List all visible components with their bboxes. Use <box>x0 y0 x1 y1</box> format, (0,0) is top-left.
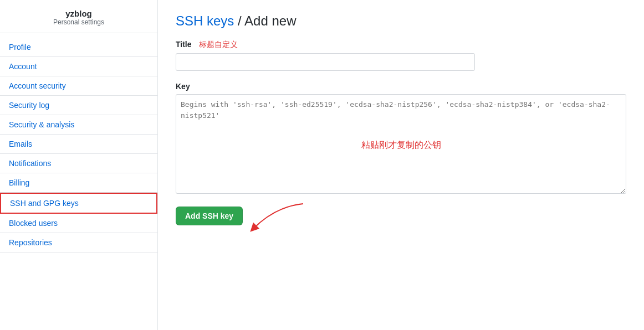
sidebar-item-billing[interactable]: Billing <box>0 173 157 193</box>
title-label: Title <box>176 40 192 49</box>
page-title-rest: Add new <box>244 13 296 28</box>
sidebar-subtitle: Personal settings <box>9 18 149 26</box>
sidebar-header: yzblog Personal settings <box>0 0 157 33</box>
sidebar-item-account-security[interactable]: Account security <box>0 76 157 96</box>
key-textarea-wrapper: 粘贴刚才复制的公钥 <box>176 94 626 195</box>
key-form-group: Key 粘贴刚才复制的公钥 <box>176 82 626 195</box>
sidebar-item-security-analysis[interactable]: Security & analysis <box>0 115 157 135</box>
sidebar: yzblog Personal settings Profile Account… <box>0 0 158 330</box>
sidebar-item-ssh-gpg-keys[interactable]: SSH and GPG keys <box>0 193 157 214</box>
key-textarea[interactable] <box>176 94 626 194</box>
submit-section: Add SSH key <box>176 207 626 225</box>
title-form-group: Title 标题自定义 <box>176 40 626 71</box>
title-hint: 标题自定义 <box>199 40 238 49</box>
main-content: SSH keys / Add new Title 标题自定义 Key 粘贴刚才复… <box>158 0 644 330</box>
add-ssh-key-button[interactable]: Add SSH key <box>176 207 243 225</box>
title-input[interactable] <box>176 53 475 71</box>
sidebar-item-emails[interactable]: Emails <box>0 135 157 154</box>
sidebar-username: yzblog <box>9 9 149 18</box>
key-label: Key <box>176 82 626 91</box>
sidebar-item-security-log[interactable]: Security log <box>0 96 157 115</box>
page-title: SSH keys / Add new <box>176 13 626 29</box>
sidebar-item-notifications[interactable]: Notifications <box>0 154 157 173</box>
sidebar-nav: Profile Account Account security Securit… <box>0 33 157 257</box>
sidebar-item-blocked-users[interactable]: Blocked users <box>0 214 157 233</box>
sidebar-item-account[interactable]: Account <box>0 57 157 76</box>
arrow-annotation <box>242 201 309 234</box>
sidebar-item-profile[interactable]: Profile <box>0 38 157 57</box>
page-title-separator: / <box>234 13 244 28</box>
page-title-blue: SSH keys <box>176 13 234 28</box>
sidebar-item-repositories[interactable]: Repositories <box>0 233 157 252</box>
